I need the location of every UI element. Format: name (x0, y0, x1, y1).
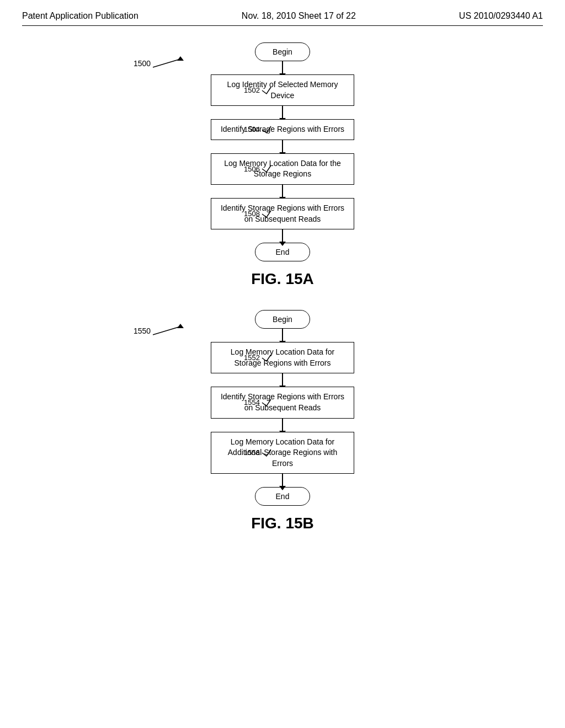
step-label-1556: 1556 (244, 448, 272, 457)
fig15b-begin: Begin (255, 310, 310, 329)
step-label-1504: 1504 (244, 125, 272, 134)
step-1502-box: Log Identity of Selected Memory Device (211, 74, 354, 106)
diagrams-container: 1500 Begin 1502 (22, 37, 543, 538)
fig15b-ref-label: 1550 (134, 326, 151, 335)
fig15b-title: FIG. 15B (251, 515, 314, 532)
step-row-1502: 1502 Log Identity of Selected Memory Dev… (211, 74, 354, 106)
step-row-1552: 1552 Log Memory Location Data for Storag… (211, 342, 354, 373)
page: Patent Application Publication Nov. 18, … (0, 0, 565, 728)
svg-line-2 (153, 326, 180, 335)
step-label-1508: 1508 (244, 210, 272, 218)
svg-marker-1 (177, 56, 184, 61)
step-row-1504: 1504 Identify Storage Regions with Error… (211, 119, 354, 140)
step-row-1556: 1556 Log Memory Location Data for Additi… (211, 432, 354, 474)
fig15a-title: FIG. 15A (251, 270, 314, 288)
arrow-1b (282, 329, 283, 342)
arrow-2a (282, 106, 283, 119)
svg-marker-3 (177, 324, 184, 328)
step-label-1502: 1502 (244, 86, 272, 95)
step-1556-box: Log Memory Location Data for Additional … (211, 432, 354, 474)
step-row-1506: 1506 Log Memory Location Data for the St… (211, 153, 354, 185)
step-label-1552: 1552 (244, 354, 272, 362)
step-1506-box: Log Memory Location Data for the Storage… (211, 153, 354, 185)
header-left: Patent Application Publication (22, 11, 138, 21)
page-header: Patent Application Publication Nov. 18, … (22, 11, 543, 26)
svg-line-0 (153, 59, 180, 67)
fig15a-ref-label: 1500 (134, 59, 151, 68)
arrow-3a (282, 140, 283, 153)
step-label-1554: 1554 (244, 398, 272, 407)
step-1554-box: Identify Storage Regions with Errors on … (211, 387, 354, 418)
fig15a-begin: Begin (255, 42, 310, 61)
arrow-2b (282, 373, 283, 387)
fig15a-diagram: 1500 Begin 1502 (117, 37, 448, 304)
arrow-4b (282, 474, 283, 487)
step-row-1554: 1554 Identify Storage Regions with Error… (211, 387, 354, 418)
arrow-4a (282, 185, 283, 198)
step-label-1506: 1506 (244, 164, 272, 173)
header-center: Nov. 18, 2010 Sheet 17 of 22 (242, 11, 356, 21)
step-1504-box: Identify Storage Regions with Errors (211, 119, 354, 140)
arrow-1a (282, 61, 283, 74)
fig15b-diagram: 1550 Begin 1552 (117, 304, 448, 538)
step-row-1508: 1508 Identify Storage Regions with Error… (211, 198, 354, 229)
header-right: US 2010/0293440 A1 (459, 11, 543, 21)
arrow-5a (282, 229, 283, 243)
step-1508-box: Identify Storage Regions with Errors on … (211, 198, 354, 229)
step-1552-box: Log Memory Location Data for Storage Reg… (211, 342, 354, 373)
arrow-3b (282, 419, 283, 432)
